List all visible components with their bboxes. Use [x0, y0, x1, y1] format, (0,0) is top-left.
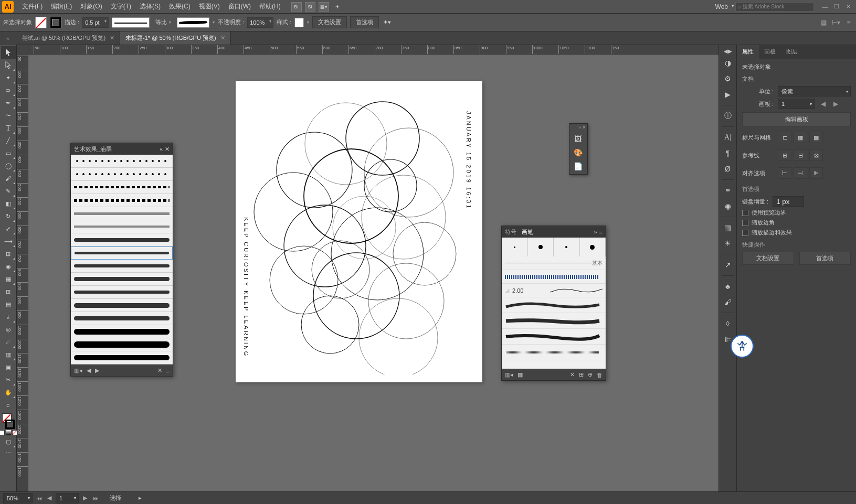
dock-color-icon[interactable]: ◑ [721, 56, 735, 70]
first-artboard-icon[interactable]: ⏮ [35, 494, 43, 502]
graphic-style-swatch[interactable] [294, 18, 304, 27]
tool-lasso[interactable]: ⊃ [1, 84, 16, 96]
brush-libraries-icon[interactable]: ▦ [517, 371, 523, 378]
brush-library-item[interactable] [71, 325, 173, 338]
transparency-grid-icon[interactable]: ▩ [809, 132, 823, 143]
dock-paragraph-icon[interactable]: ¶ [721, 146, 735, 160]
stock-icon[interactable]: St [305, 2, 315, 12]
mini-navigator-icon[interactable]: 🖼 [570, 132, 585, 146]
calligraphic-brush-row[interactable]: ◢ 2.00 [502, 284, 606, 297]
dock-links-icon[interactable]: ⚭ [721, 183, 735, 198]
art-brush-3[interactable] [502, 329, 606, 345]
tool-pencil[interactable]: ✎ [1, 185, 16, 197]
brush-library-item[interactable] [71, 351, 173, 364]
brush-library-item[interactable] [71, 220, 173, 233]
brush-library-item[interactable] [71, 273, 173, 286]
panel-menu-icon[interactable]: ≡ [844, 18, 853, 27]
tool-artboard[interactable]: ▣ [1, 361, 16, 373]
panel-close-icon[interactable]: ✕ [165, 146, 170, 153]
snap-grid-icon[interactable]: ⊫ [809, 167, 823, 179]
isolate-icon[interactable]: ⊢▾ [832, 18, 840, 27]
tool-scale[interactable]: ⤢ [1, 222, 16, 235]
brush-dot-1[interactable] [502, 238, 528, 256]
ruler-toggle-icon[interactable]: ⊏ [778, 132, 791, 143]
tool-rotate[interactable]: ↻ [1, 210, 16, 222]
brush-dot-3[interactable] [554, 238, 580, 256]
none-fill-icon[interactable] [12, 430, 17, 435]
next-library-icon[interactable]: ▶ [95, 367, 99, 374]
dock-brightness-icon[interactable]: ☀ [721, 236, 735, 251]
tab-properties[interactable]: 属性 [737, 45, 759, 59]
brush-dot-2[interactable] [528, 238, 554, 256]
brush-library-item[interactable] [71, 299, 173, 312]
tool-blend[interactable]: ◎ [1, 323, 16, 336]
tool-screen-mode[interactable]: ▢ [1, 435, 16, 448]
preview-bounds-checkbox[interactable] [742, 210, 748, 216]
tool-eyedropper[interactable]: ⫰ [1, 310, 16, 323]
gpu-preview-icon[interactable]: ✈ [332, 2, 343, 12]
tool-line[interactable]: ╱ [1, 134, 16, 147]
tool-selection[interactable] [1, 46, 16, 59]
tool-direct-selection[interactable] [1, 59, 16, 71]
mini-color-icon[interactable]: 🎨 [570, 146, 585, 159]
tool-magic-wand[interactable]: ✦ [1, 71, 16, 84]
snap-pixel-icon[interactable]: ⊣ [794, 167, 807, 179]
tool-zoom[interactable]: ⌕ [1, 399, 16, 411]
unit-select[interactable]: 像素 [778, 86, 851, 96]
panel-collapse-icon[interactable]: « [160, 146, 163, 153]
tool-symbol-sprayer[interactable]: ☄ [1, 336, 16, 348]
fill-stroke-swatch[interactable] [1, 413, 16, 429]
artboard-nav-select[interactable]: 1 [56, 493, 79, 503]
gradient-fill-icon[interactable] [6, 430, 11, 435]
workspace-switcher[interactable]: Web [711, 2, 735, 12]
dock-brushes-icon[interactable]: 🖌 [721, 295, 735, 309]
artboard-select[interactable]: 1 [778, 99, 815, 109]
brush-library-item[interactable] [71, 312, 173, 325]
last-artboard-icon[interactable]: ⏭ [91, 494, 100, 502]
tool-free-transform[interactable]: ⊞ [1, 248, 16, 260]
document-tab-1[interactable]: 尝试.ai @ 50% (RGB/GPU 预览) ✕ [17, 31, 120, 45]
brush-library-item[interactable] [71, 260, 173, 273]
tool-slice[interactable]: ✂ [1, 373, 16, 386]
tool-gradient[interactable]: ▤ [1, 298, 16, 310]
brush-library-item[interactable] [71, 246, 173, 260]
brush-dot-4[interactable] [580, 238, 606, 256]
brush-options-icon[interactable]: ⊞ [579, 371, 584, 378]
document-tab-2[interactable]: 未标题-1* @ 50% (RGB/GPU 预览) ✕ [120, 31, 231, 45]
close-button[interactable]: ✕ [842, 2, 854, 12]
preferences-button[interactable]: 首选项 [350, 16, 379, 28]
art-brush-4[interactable] [502, 345, 606, 360]
uniform-dropdown[interactable]: 等比 [153, 17, 174, 27]
tab-close-icon[interactable]: ✕ [220, 35, 225, 41]
document-setup-button[interactable]: 文档设置 [312, 16, 347, 28]
brush-library-item[interactable] [71, 338, 173, 351]
guide-lock-icon[interactable]: ⊟ [794, 149, 807, 161]
bridge-icon[interactable]: Br [291, 2, 302, 12]
brush-library-item[interactable] [71, 194, 173, 207]
quick-doc-setup-button[interactable]: 文档设置 [742, 252, 794, 265]
dock-collapse-icon[interactable]: ◀▶ [721, 47, 735, 55]
brush-library-item[interactable] [71, 207, 173, 220]
library-menu-icon[interactable]: ▥◂ [74, 367, 82, 374]
menu-select[interactable]: 选择(S) [135, 1, 165, 13]
grid-toggle-icon[interactable]: ▦ [794, 132, 807, 143]
tool-mesh[interactable]: ⊞ [1, 285, 16, 298]
delete-brush-icon[interactable]: 🗑 [597, 372, 603, 378]
dock-symbols-icon[interactable]: ♣ [721, 279, 735, 294]
mini-page-icon[interactable]: 📄 [570, 159, 585, 173]
brush-library-item[interactable] [71, 233, 173, 246]
menu-help[interactable]: 帮助(H) [255, 1, 285, 13]
next-artboard-icon[interactable]: ▶ [831, 100, 840, 108]
edit-artboards-button[interactable]: 编辑画板 [742, 112, 851, 126]
tool-pen[interactable]: ✒ [1, 96, 16, 109]
basic-brush-row[interactable]: 基本 [502, 256, 606, 270]
tab-close-icon[interactable]: ✕ [110, 35, 114, 41]
tab-handle-icon[interactable]: » [0, 31, 16, 45]
key-increment-input[interactable] [773, 196, 804, 207]
tool-hand[interactable]: ✋ [1, 386, 16, 399]
tool-width[interactable]: ⟿ [1, 235, 16, 248]
symbols-tab[interactable]: 符号 [505, 228, 516, 236]
arrange-documents-icon[interactable]: ▦▾ [319, 2, 329, 12]
dock-play-icon[interactable]: ▶ [721, 87, 735, 102]
brushes-tab[interactable]: 画笔 [522, 228, 533, 236]
